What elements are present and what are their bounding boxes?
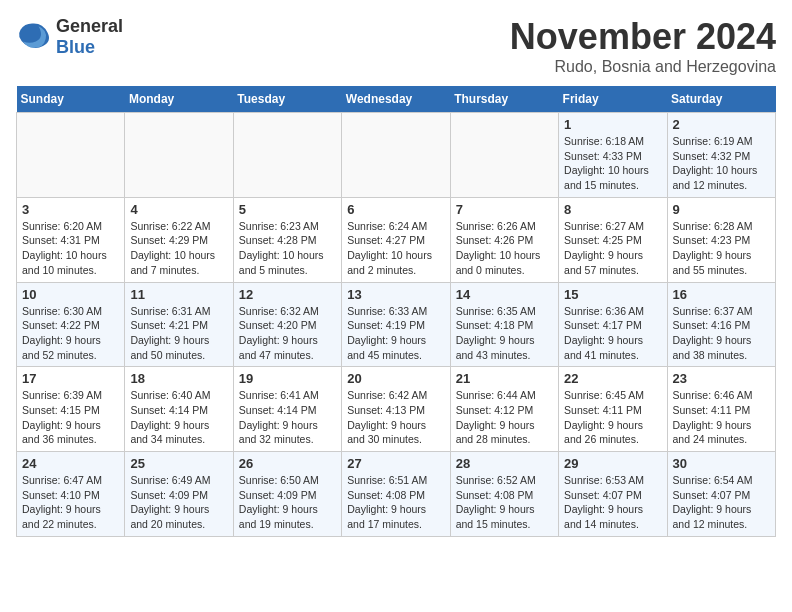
day-info: Sunrise: 6:27 AM Sunset: 4:25 PM Dayligh… bbox=[564, 219, 661, 278]
weekday-header-thursday: Thursday bbox=[450, 86, 558, 113]
day-number: 20 bbox=[347, 371, 444, 386]
day-number: 7 bbox=[456, 202, 553, 217]
day-info: Sunrise: 6:35 AM Sunset: 4:18 PM Dayligh… bbox=[456, 304, 553, 363]
day-info: Sunrise: 6:50 AM Sunset: 4:09 PM Dayligh… bbox=[239, 473, 336, 532]
day-info: Sunrise: 6:47 AM Sunset: 4:10 PM Dayligh… bbox=[22, 473, 119, 532]
calendar-cell bbox=[342, 113, 450, 198]
calendar-cell: 4Sunrise: 6:22 AM Sunset: 4:29 PM Daylig… bbox=[125, 197, 233, 282]
calendar-cell: 10Sunrise: 6:30 AM Sunset: 4:22 PM Dayli… bbox=[17, 282, 125, 367]
day-info: Sunrise: 6:31 AM Sunset: 4:21 PM Dayligh… bbox=[130, 304, 227, 363]
calendar-cell: 23Sunrise: 6:46 AM Sunset: 4:11 PM Dayli… bbox=[667, 367, 775, 452]
day-info: Sunrise: 6:51 AM Sunset: 4:08 PM Dayligh… bbox=[347, 473, 444, 532]
calendar-cell: 5Sunrise: 6:23 AM Sunset: 4:28 PM Daylig… bbox=[233, 197, 341, 282]
day-number: 25 bbox=[130, 456, 227, 471]
day-info: Sunrise: 6:52 AM Sunset: 4:08 PM Dayligh… bbox=[456, 473, 553, 532]
day-number: 5 bbox=[239, 202, 336, 217]
day-info: Sunrise: 6:53 AM Sunset: 4:07 PM Dayligh… bbox=[564, 473, 661, 532]
day-info: Sunrise: 6:28 AM Sunset: 4:23 PM Dayligh… bbox=[673, 219, 770, 278]
weekday-header-wednesday: Wednesday bbox=[342, 86, 450, 113]
logo-general-text: General bbox=[56, 16, 123, 37]
day-info: Sunrise: 6:30 AM Sunset: 4:22 PM Dayligh… bbox=[22, 304, 119, 363]
weekday-header-friday: Friday bbox=[559, 86, 667, 113]
day-number: 22 bbox=[564, 371, 661, 386]
day-info: Sunrise: 6:23 AM Sunset: 4:28 PM Dayligh… bbox=[239, 219, 336, 278]
week-row-2: 3Sunrise: 6:20 AM Sunset: 4:31 PM Daylig… bbox=[17, 197, 776, 282]
calendar-cell: 12Sunrise: 6:32 AM Sunset: 4:20 PM Dayli… bbox=[233, 282, 341, 367]
day-number: 10 bbox=[22, 287, 119, 302]
calendar-cell: 3Sunrise: 6:20 AM Sunset: 4:31 PM Daylig… bbox=[17, 197, 125, 282]
day-info: Sunrise: 6:44 AM Sunset: 4:12 PM Dayligh… bbox=[456, 388, 553, 447]
day-number: 4 bbox=[130, 202, 227, 217]
day-info: Sunrise: 6:45 AM Sunset: 4:11 PM Dayligh… bbox=[564, 388, 661, 447]
weekday-header-row: SundayMondayTuesdayWednesdayThursdayFrid… bbox=[17, 86, 776, 113]
day-number: 13 bbox=[347, 287, 444, 302]
day-number: 29 bbox=[564, 456, 661, 471]
day-info: Sunrise: 6:42 AM Sunset: 4:13 PM Dayligh… bbox=[347, 388, 444, 447]
calendar-cell: 17Sunrise: 6:39 AM Sunset: 4:15 PM Dayli… bbox=[17, 367, 125, 452]
week-row-5: 24Sunrise: 6:47 AM Sunset: 4:10 PM Dayli… bbox=[17, 452, 776, 537]
week-row-1: 1Sunrise: 6:18 AM Sunset: 4:33 PM Daylig… bbox=[17, 113, 776, 198]
day-number: 19 bbox=[239, 371, 336, 386]
week-row-4: 17Sunrise: 6:39 AM Sunset: 4:15 PM Dayli… bbox=[17, 367, 776, 452]
day-number: 15 bbox=[564, 287, 661, 302]
logo-text: General Blue bbox=[56, 16, 123, 58]
calendar-cell: 20Sunrise: 6:42 AM Sunset: 4:13 PM Dayli… bbox=[342, 367, 450, 452]
day-number: 3 bbox=[22, 202, 119, 217]
day-number: 12 bbox=[239, 287, 336, 302]
calendar-cell: 30Sunrise: 6:54 AM Sunset: 4:07 PM Dayli… bbox=[667, 452, 775, 537]
calendar-cell bbox=[450, 113, 558, 198]
day-info: Sunrise: 6:46 AM Sunset: 4:11 PM Dayligh… bbox=[673, 388, 770, 447]
day-number: 16 bbox=[673, 287, 770, 302]
day-number: 14 bbox=[456, 287, 553, 302]
day-info: Sunrise: 6:36 AM Sunset: 4:17 PM Dayligh… bbox=[564, 304, 661, 363]
weekday-header-sunday: Sunday bbox=[17, 86, 125, 113]
day-number: 23 bbox=[673, 371, 770, 386]
weekday-header-tuesday: Tuesday bbox=[233, 86, 341, 113]
logo-icon bbox=[16, 19, 52, 55]
calendar-cell: 9Sunrise: 6:28 AM Sunset: 4:23 PM Daylig… bbox=[667, 197, 775, 282]
calendar-cell: 15Sunrise: 6:36 AM Sunset: 4:17 PM Dayli… bbox=[559, 282, 667, 367]
calendar-cell bbox=[17, 113, 125, 198]
day-info: Sunrise: 6:40 AM Sunset: 4:14 PM Dayligh… bbox=[130, 388, 227, 447]
location: Rudo, Bosnia and Herzegovina bbox=[510, 58, 776, 76]
calendar-cell: 13Sunrise: 6:33 AM Sunset: 4:19 PM Dayli… bbox=[342, 282, 450, 367]
day-info: Sunrise: 6:33 AM Sunset: 4:19 PM Dayligh… bbox=[347, 304, 444, 363]
day-number: 6 bbox=[347, 202, 444, 217]
day-info: Sunrise: 6:26 AM Sunset: 4:26 PM Dayligh… bbox=[456, 219, 553, 278]
day-info: Sunrise: 6:54 AM Sunset: 4:07 PM Dayligh… bbox=[673, 473, 770, 532]
day-number: 24 bbox=[22, 456, 119, 471]
calendar-cell: 27Sunrise: 6:51 AM Sunset: 4:08 PM Dayli… bbox=[342, 452, 450, 537]
day-info: Sunrise: 6:32 AM Sunset: 4:20 PM Dayligh… bbox=[239, 304, 336, 363]
weekday-header-monday: Monday bbox=[125, 86, 233, 113]
day-info: Sunrise: 6:20 AM Sunset: 4:31 PM Dayligh… bbox=[22, 219, 119, 278]
logo: General Blue bbox=[16, 16, 123, 58]
calendar-cell: 16Sunrise: 6:37 AM Sunset: 4:16 PM Dayli… bbox=[667, 282, 775, 367]
day-number: 9 bbox=[673, 202, 770, 217]
calendar-cell: 1Sunrise: 6:18 AM Sunset: 4:33 PM Daylig… bbox=[559, 113, 667, 198]
day-number: 26 bbox=[239, 456, 336, 471]
day-number: 11 bbox=[130, 287, 227, 302]
day-info: Sunrise: 6:41 AM Sunset: 4:14 PM Dayligh… bbox=[239, 388, 336, 447]
month-title: November 2024 bbox=[510, 16, 776, 58]
day-number: 17 bbox=[22, 371, 119, 386]
calendar-cell: 25Sunrise: 6:49 AM Sunset: 4:09 PM Dayli… bbox=[125, 452, 233, 537]
day-number: 2 bbox=[673, 117, 770, 132]
calendar-cell: 26Sunrise: 6:50 AM Sunset: 4:09 PM Dayli… bbox=[233, 452, 341, 537]
calendar-cell: 2Sunrise: 6:19 AM Sunset: 4:32 PM Daylig… bbox=[667, 113, 775, 198]
calendar-cell: 11Sunrise: 6:31 AM Sunset: 4:21 PM Dayli… bbox=[125, 282, 233, 367]
calendar-cell: 18Sunrise: 6:40 AM Sunset: 4:14 PM Dayli… bbox=[125, 367, 233, 452]
day-number: 1 bbox=[564, 117, 661, 132]
calendar-cell bbox=[233, 113, 341, 198]
day-number: 30 bbox=[673, 456, 770, 471]
day-number: 8 bbox=[564, 202, 661, 217]
calendar-cell: 21Sunrise: 6:44 AM Sunset: 4:12 PM Dayli… bbox=[450, 367, 558, 452]
calendar-cell: 29Sunrise: 6:53 AM Sunset: 4:07 PM Dayli… bbox=[559, 452, 667, 537]
day-info: Sunrise: 6:19 AM Sunset: 4:32 PM Dayligh… bbox=[673, 134, 770, 193]
calendar-cell: 7Sunrise: 6:26 AM Sunset: 4:26 PM Daylig… bbox=[450, 197, 558, 282]
day-number: 28 bbox=[456, 456, 553, 471]
day-info: Sunrise: 6:37 AM Sunset: 4:16 PM Dayligh… bbox=[673, 304, 770, 363]
day-info: Sunrise: 6:22 AM Sunset: 4:29 PM Dayligh… bbox=[130, 219, 227, 278]
day-info: Sunrise: 6:39 AM Sunset: 4:15 PM Dayligh… bbox=[22, 388, 119, 447]
title-area: November 2024 Rudo, Bosnia and Herzegovi… bbox=[510, 16, 776, 76]
day-info: Sunrise: 6:49 AM Sunset: 4:09 PM Dayligh… bbox=[130, 473, 227, 532]
